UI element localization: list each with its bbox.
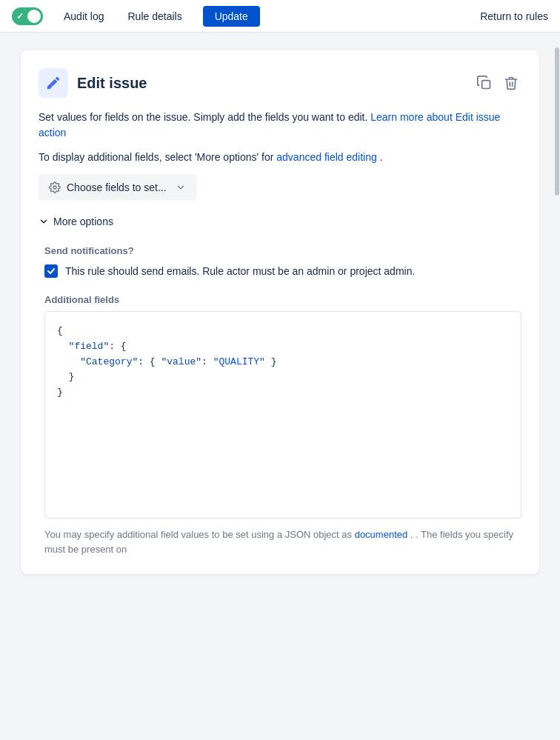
pencil-icon <box>45 75 61 91</box>
advanced-text-suffix: . <box>380 151 383 163</box>
desc-text: Set values for fields on the issue. Simp… <box>39 111 367 123</box>
send-emails-checkbox[interactable] <box>44 264 58 278</box>
choose-fields-button[interactable]: Choose fields to set... <box>39 174 196 201</box>
audit-log-link[interactable]: Audit log <box>61 1 107 31</box>
card-actions <box>474 73 521 93</box>
update-button[interactable]: Update <box>203 6 260 27</box>
documented-link[interactable]: documented <box>355 529 408 540</box>
edit-issue-icon-wrap <box>39 68 68 98</box>
send-emails-checkbox-row: This rule should send emails. Rule actor… <box>44 264 521 279</box>
main-content: Edit issue <box>0 33 560 592</box>
card-header: Edit issue <box>39 68 521 98</box>
footer-note-prefix: You may specify additional field values … <box>44 529 355 540</box>
send-emails-label: This rule should send emails. Rule actor… <box>65 264 415 279</box>
more-options-toggle[interactable]: More options <box>39 216 521 227</box>
json-editor[interactable]: { "field": { "Category": { "value": "QUA… <box>44 311 521 519</box>
advanced-text-prefix: To display additional fields, select 'Mo… <box>39 151 276 163</box>
copy-button[interactable] <box>474 73 495 93</box>
rule-details-link[interactable]: Rule details <box>124 1 184 31</box>
chevron-down-icon-2 <box>39 216 49 227</box>
checkmark-icon <box>47 267 56 276</box>
card-title: Edit issue <box>77 75 147 92</box>
toggle-check-icon: ✓ <box>16 11 24 21</box>
scrollbar-thumb[interactable] <box>555 47 559 196</box>
chevron-down-icon <box>176 182 186 193</box>
svg-rect-0 <box>482 81 490 89</box>
card-description: Set values for fields on the issue. Simp… <box>39 110 521 141</box>
top-nav: ✓ Audit log Rule details Update Return t… <box>0 0 560 33</box>
send-notifications-label: Send notifications? <box>44 245 521 256</box>
toggle-switch[interactable]: ✓ <box>12 7 43 25</box>
more-options-label: More options <box>53 216 113 227</box>
edit-issue-card: Edit issue <box>21 50 539 574</box>
trash-icon <box>504 76 519 90</box>
options-section: Send notifications? This rule should sen… <box>39 245 521 556</box>
advanced-field-link[interactable]: advanced field editing <box>276 151 376 163</box>
copy-icon <box>477 76 492 90</box>
advanced-description: To display additional fields, select 'Mo… <box>39 150 521 165</box>
additional-fields-label: Additional fields <box>44 294 521 305</box>
scrollbar-track[interactable] <box>554 33 560 592</box>
return-to-rules-link[interactable]: Return to rules <box>480 10 548 22</box>
choose-fields-label: Choose fields to set... <box>67 181 167 193</box>
footer-note: You may specify additional field values … <box>44 527 521 556</box>
delete-button[interactable] <box>501 73 521 93</box>
gear-icon <box>49 181 61 193</box>
